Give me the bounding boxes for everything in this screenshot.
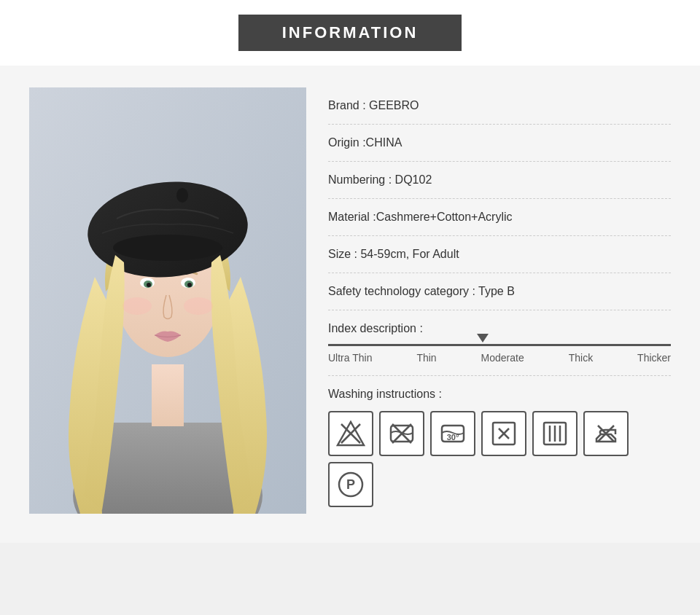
thickness-slider: Ultra Thin Thin Moderate Thick Thicker (328, 344, 671, 364)
material-row: Material :Cashmere+Cotton+Acrylic (328, 199, 671, 236)
washing-section: Washing instructions : (328, 364, 671, 507)
safety-value: Type B (478, 285, 515, 297)
numbering-value: DQ102 (395, 173, 432, 186)
page-title: INFORMATION (238, 15, 462, 51)
numbering-row: Numbering : DQ102 (328, 162, 671, 199)
svg-point-10 (187, 283, 192, 287)
origin-value: CHINA (366, 136, 402, 149)
washing-icons: 30° (328, 411, 671, 507)
wash-30-icon: 30° (430, 411, 475, 456)
size-row: Size : 54-59cm, For Adult (328, 236, 671, 273)
brand-value: GEEBRO (369, 99, 419, 111)
brand-label: Brand : (328, 99, 369, 111)
slider-label-moderate: Moderate (481, 352, 524, 364)
slider-arrow (477, 334, 489, 342)
slider-label-ultra-thin: Ultra Thin (328, 352, 372, 364)
index-section: Index description : Ultra Thin Thin Mode… (328, 310, 671, 364)
product-image (29, 87, 306, 514)
material-label: Material : (328, 211, 376, 223)
header-section: INFORMATION (0, 0, 700, 66)
svg-point-12 (113, 235, 222, 261)
svg-rect-3 (152, 364, 184, 426)
slider-label-thicker: Thicker (637, 352, 671, 364)
no-tumble-dry-icon (481, 411, 526, 456)
index-label: Index description : (328, 322, 671, 335)
info-panel: Brand : GEEBRO Origin :CHINA Numbering :… (328, 87, 671, 507)
no-bleach-icon (328, 411, 373, 456)
washing-label: Washing instructions : (328, 375, 671, 401)
product-image-container (29, 87, 306, 514)
svg-point-13 (176, 188, 188, 203)
safety-label: Safety technology category : (328, 285, 478, 297)
dry-clean-icon: P (328, 462, 373, 507)
slider-labels: Ultra Thin Thin Moderate Thick Thicker (328, 352, 671, 364)
svg-text:30°: 30° (447, 433, 459, 442)
origin-row: Origin :CHINA (328, 125, 671, 162)
size-value: 54-59cm, For Adult (360, 248, 459, 260)
hang-dry-icon (532, 411, 578, 456)
slider-track (328, 344, 671, 346)
svg-point-15 (184, 297, 213, 315)
slider-label-thin: Thin (416, 352, 436, 364)
no-iron-icon (583, 411, 629, 456)
brand-row: Brand : GEEBRO (328, 87, 671, 125)
origin-label: Origin : (328, 136, 366, 149)
svg-text:P: P (346, 477, 355, 492)
size-label: Size : (328, 248, 360, 260)
no-wash-icon (379, 411, 424, 456)
svg-point-9 (147, 283, 151, 287)
slider-label-thick: Thick (569, 352, 593, 364)
safety-row: Safety technology category : Type B (328, 273, 671, 310)
numbering-label: Numbering : (328, 173, 395, 186)
svg-point-14 (122, 297, 152, 315)
main-content: Brand : GEEBRO Origin :CHINA Numbering :… (0, 66, 700, 543)
material-value: Cashmere+Cotton+Acrylic (376, 211, 513, 223)
